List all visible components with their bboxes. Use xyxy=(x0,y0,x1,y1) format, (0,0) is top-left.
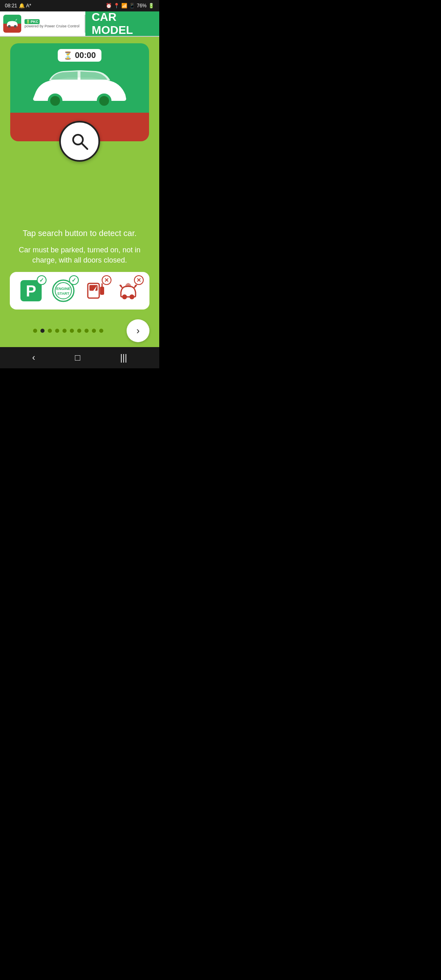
dot-5 xyxy=(70,329,74,333)
car-logo-svg: ✓ xyxy=(5,16,20,31)
signal-icon: 📱 xyxy=(129,3,135,9)
req-charging-icon-wrap: ✕ xyxy=(84,278,108,303)
requirements-card: ✓ P ✓ ENGINE START xyxy=(10,272,149,310)
logo-text-area: 🔋 PKC powered by Power Cruise Control xyxy=(23,18,81,29)
dot-0 xyxy=(33,329,37,333)
car-silhouette-svg xyxy=(27,66,133,107)
pkc-badge: 🔋 PKC xyxy=(24,19,40,24)
svg-line-11 xyxy=(82,143,87,149)
dot-7 xyxy=(85,329,89,333)
req-charging-status: ✕ xyxy=(102,275,111,285)
powered-by-text: powered by Power Cruise Control xyxy=(24,24,80,28)
main-content: ⏳ 00:00 xyxy=(0,37,159,347)
svg-text:P: P xyxy=(26,283,36,300)
status-left: 08:21 🔔 A* xyxy=(5,3,31,9)
svg-point-3 xyxy=(14,25,17,28)
recent-button[interactable]: ||| xyxy=(117,349,130,366)
dot-8 xyxy=(92,329,96,333)
instruction-sub: Car must be parked, turned on, not in ch… xyxy=(13,245,146,265)
notification-icons: 🔔 A* xyxy=(19,3,31,9)
location-icon: 📍 xyxy=(114,3,120,9)
header-logo: ✓ 🔋 PKC powered by Power Cruise Control xyxy=(0,11,85,36)
app-logo-icon: ✓ xyxy=(3,15,21,33)
req-engine: ✓ ENGINE START xyxy=(51,278,76,303)
svg-text:✓: ✓ xyxy=(15,18,18,21)
svg-rect-20 xyxy=(89,285,98,291)
battery-display: 76% xyxy=(137,3,147,9)
pagination-dots xyxy=(10,329,127,333)
svg-point-7 xyxy=(50,96,60,106)
req-parked-status: ✓ xyxy=(37,275,47,285)
next-icon: › xyxy=(136,325,140,336)
dot-2 xyxy=(48,329,52,333)
req-parked-icon-wrap: ✓ P xyxy=(19,278,43,303)
car-detection-card: ⏳ 00:00 xyxy=(10,43,149,141)
nav-bar: ‹ □ ||| xyxy=(0,347,159,368)
page-title: CAR MODEL xyxy=(85,11,159,36)
search-button[interactable] xyxy=(59,121,100,162)
home-button[interactable]: □ xyxy=(71,349,83,366)
next-button[interactable]: › xyxy=(127,319,149,342)
car-card-top: ⏳ 00:00 xyxy=(10,43,149,113)
battery-icon: 🔋 xyxy=(148,3,154,9)
req-charging: ✕ xyxy=(84,278,108,303)
alarm-icon: ⏰ xyxy=(106,3,112,9)
req-doors-status: ✕ xyxy=(134,275,144,285)
req-engine-status: ✓ xyxy=(69,275,79,285)
dot-6 xyxy=(77,329,81,333)
timer-badge: ⏳ 00:00 xyxy=(58,49,101,62)
hourglass-icon: ⏳ xyxy=(63,51,72,60)
dot-9 xyxy=(99,329,103,333)
time-display: 08:21 xyxy=(5,3,17,9)
svg-point-24 xyxy=(129,294,134,299)
req-parked: ✓ P xyxy=(19,278,43,303)
search-icon xyxy=(69,131,90,151)
instruction-main: Tap search button to detect car. xyxy=(13,228,146,238)
svg-rect-21 xyxy=(100,287,104,295)
svg-point-16 xyxy=(55,283,71,299)
pkc-label: 🔋 PKC xyxy=(24,19,40,24)
instruction-section: Tap search button to detect car. Car mus… xyxy=(7,220,153,272)
pagination: › xyxy=(7,316,153,347)
wifi-icon: 📶 xyxy=(121,3,127,9)
status-right: ⏰ 📍 📶 📱 76% 🔋 xyxy=(106,3,154,9)
status-bar: 08:21 🔔 A* ⏰ 📍 📶 📱 76% 🔋 xyxy=(0,0,159,11)
svg-text:START: START xyxy=(58,292,70,296)
app-header: ✓ 🔋 PKC powered by Power Cruise Control … xyxy=(0,11,159,37)
svg-point-23 xyxy=(122,294,127,299)
req-doors: ✕ xyxy=(116,278,140,303)
back-button[interactable]: ‹ xyxy=(29,349,38,366)
car-silhouette xyxy=(27,66,133,109)
dot-4 xyxy=(62,329,67,333)
svg-text:ENGINE: ENGINE xyxy=(56,287,71,291)
req-engine-icon-wrap: ✓ ENGINE START xyxy=(51,278,76,303)
dot-3 xyxy=(55,329,59,333)
svg-point-2 xyxy=(8,25,11,28)
dot-1 xyxy=(40,329,45,333)
svg-point-9 xyxy=(99,96,109,106)
req-doors-icon-wrap: ✕ xyxy=(116,278,140,303)
timer-display: 00:00 xyxy=(75,51,96,60)
